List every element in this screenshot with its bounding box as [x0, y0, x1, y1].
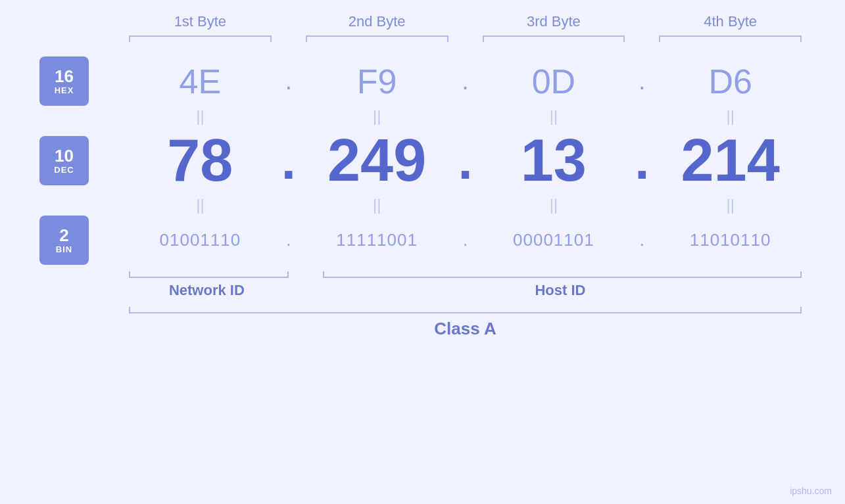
- hex-val-2: F9: [302, 62, 452, 101]
- watermark: ipshu.com: [790, 486, 832, 496]
- dot-d2: .: [452, 135, 479, 187]
- byte-header-2: 2nd Byte: [302, 13, 452, 35]
- dot-h3: .: [629, 67, 655, 95]
- dec-val-4: 214: [655, 127, 806, 195]
- dec-badge: 10 DEC: [39, 136, 89, 185]
- host-id-label: Host ID: [315, 282, 806, 299]
- class-label: Class A: [125, 319, 806, 339]
- dot-d3: .: [629, 135, 655, 187]
- main-container: 1st Byte 2nd Byte 3rd Byte 4th Byte: [0, 0, 845, 504]
- dot-h1: .: [276, 67, 302, 95]
- dec-val-3: 13: [479, 127, 629, 195]
- eq1-3: ||: [479, 107, 629, 126]
- eq1-2: ||: [302, 107, 452, 126]
- dot-d1: .: [276, 135, 302, 187]
- hex-val-1: 4E: [125, 62, 276, 101]
- eq1-1: ||: [125, 107, 276, 126]
- dec-val-1: 78: [125, 127, 276, 195]
- eq2-4: ||: [655, 196, 806, 214]
- eq2-3: ||: [479, 196, 629, 214]
- hex-val-4: D6: [655, 62, 806, 101]
- network-id-label: Network ID: [125, 282, 289, 299]
- hex-badge: 16 HEX: [39, 57, 89, 106]
- eq2-1: ||: [125, 196, 276, 214]
- byte-header-4: 4th Byte: [655, 13, 806, 35]
- dot-b2: .: [452, 230, 479, 250]
- byte-header-1: 1st Byte: [125, 13, 276, 35]
- bin-val-4: 11010110: [655, 230, 806, 250]
- eq2-2: ||: [302, 196, 452, 214]
- bin-badge: 2 BIN: [39, 216, 89, 265]
- hex-val-3: 0D: [479, 62, 629, 101]
- dot-b1: .: [276, 230, 302, 250]
- bin-val-3: 00001101: [479, 230, 629, 250]
- eq1-4: ||: [655, 107, 806, 126]
- bin-val-1: 01001110: [125, 230, 276, 250]
- byte-header-3: 3rd Byte: [479, 13, 629, 35]
- dec-val-2: 249: [302, 127, 452, 195]
- bin-val-2: 11111001: [302, 230, 452, 250]
- dot-h2: .: [452, 67, 479, 95]
- dot-b3: .: [629, 230, 655, 250]
